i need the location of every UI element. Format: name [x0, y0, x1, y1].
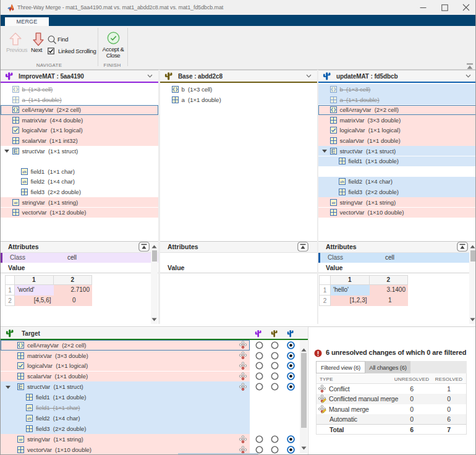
svg-text:str: str	[19, 438, 23, 441]
svg-text:ch: ch	[22, 180, 27, 184]
svg-text:ch: ch	[22, 170, 27, 174]
svg-text:ch: ch	[27, 417, 32, 420]
svg-text:ch: ch	[27, 406, 32, 410]
svg-text:str: str	[14, 201, 17, 204]
svg-text:str: str	[331, 201, 335, 204]
svg-text:ch: ch	[340, 180, 344, 184]
